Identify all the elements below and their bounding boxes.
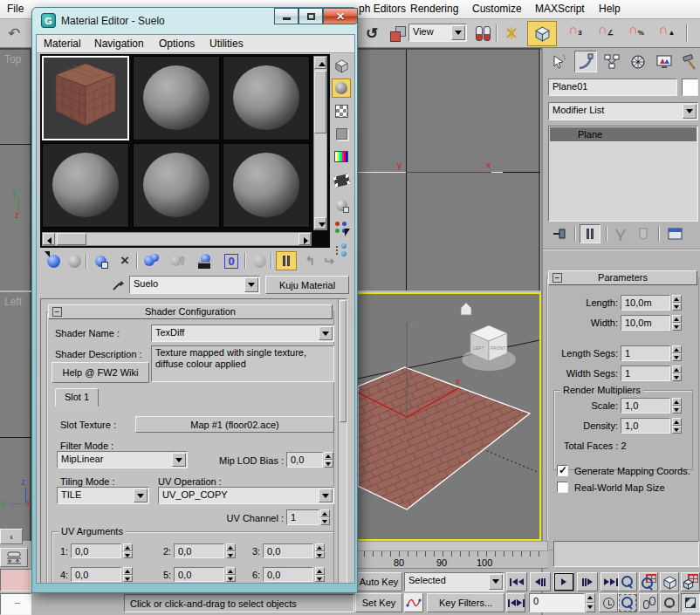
show-end-result-icon[interactable] [276,251,297,270]
uv-arg-2-spinner[interactable] [226,543,236,558]
length-segs-field[interactable]: 1 [621,345,670,361]
key-filter-arrow[interactable] [489,574,503,590]
selection-lock-area[interactable] [0,569,31,591]
material-slot-1[interactable] [42,56,129,140]
length-segs-spinner[interactable] [672,345,682,361]
frame-spinner[interactable] [586,593,595,612]
mini-curve-editor-button[interactable] [0,548,28,567]
uv-arg-4-field[interactable]: 0,0 [71,567,121,582]
slot-texture-button[interactable]: Map #1 (floor02.ace) [135,416,334,433]
slots-vertical-scrollbar[interactable] [313,56,327,230]
scroll-thumb[interactable] [57,233,86,245]
zoom-region-button[interactable] [618,593,637,612]
uv-arg-5-spinner[interactable] [226,567,236,582]
reference-coordinate-dropdown[interactable]: View [408,24,467,42]
menu-rendering[interactable]: Rendering [410,3,458,15]
tiling-mode-arrow[interactable] [134,489,148,502]
scroll-right-button[interactable] [299,233,311,245]
angle-snap-icon[interactable]: ∩ [594,23,618,45]
collapse-icon[interactable] [552,273,562,283]
menu-navigation[interactable]: Navigation [94,38,144,50]
viewport-front[interactable]: y x [356,50,540,290]
coord-dropdown-arrow[interactable] [451,25,465,40]
width-spinner[interactable] [672,315,682,331]
pick-material-eyedropper-icon[interactable] [110,276,127,293]
maximize-viewport-toggle[interactable] [681,593,700,612]
key-mode-toggle[interactable] [506,593,525,612]
scroll-left-button[interactable] [43,233,55,245]
viewport-left-label[interactable]: Left [4,296,22,308]
material-slot-5[interactable] [133,143,220,228]
params-scroll-thumb[interactable] [340,300,347,422]
set-key-button[interactable]: Set Key [355,593,402,612]
use-center-icon[interactable] [472,23,493,44]
select-rotate-icon[interactable] [361,23,382,44]
length-field[interactable]: 10,0m [621,295,670,311]
shader-rollout-header[interactable]: Shader Configuration [48,304,333,319]
menu-graph-editors[interactable]: ph Editors [359,3,406,15]
walk-through-button[interactable] [639,593,658,612]
uv-channel-field[interactable]: 1 [286,509,319,525]
material-id-channel-icon[interactable]: 0 [222,251,241,270]
viewport-perspective[interactable]: z x LEFT FRONT [356,292,541,541]
make-preview-icon[interactable] [332,171,351,190]
slot1-tab[interactable]: Slot 1 [55,388,99,407]
uv-arg-5-field[interactable]: 0,0 [174,567,224,582]
real-world-checkbox[interactable] [557,482,568,493]
auto-key-button[interactable]: Auto Key [355,572,402,591]
uv-arg-3-spinner[interactable] [315,543,325,558]
width-field[interactable]: 10,0m [621,315,670,331]
background-icon[interactable] [332,101,351,120]
tab-motion[interactable] [627,51,649,72]
zoom-extents-all-button[interactable] [681,572,700,591]
zoom-extents-button[interactable] [660,572,679,591]
uv-arg-4-spinner[interactable] [123,567,133,582]
time-slider-left-button[interactable]: ‹ [0,529,23,544]
viewport-left[interactable]: Left z y x [0,292,31,541]
menu-maxscript[interactable]: MAXScript [535,3,585,15]
select-by-material-icon[interactable] [332,218,351,237]
percent-snap-icon[interactable]: ∩% [624,23,649,45]
time-configuration-button[interactable] [599,593,618,612]
generate-mapping-checkbox[interactable] [557,465,568,476]
uv-arg-6-spinner[interactable] [315,567,325,582]
select-manipulate-icon[interactable] [501,23,522,44]
show-end-result-stack-icon[interactable] [580,224,600,243]
slots-horizontal-scrollbar[interactable] [42,232,312,246]
modifier-list-dropdown[interactable]: Modifier List [548,102,698,120]
tab-create[interactable] [548,51,571,72]
mip-lod-spinner[interactable] [324,452,333,468]
shader-name-arrow[interactable] [319,326,333,340]
menu-utilities[interactable]: Utilities [209,38,244,50]
track-bar[interactable] [353,541,548,551]
tab-hierarchy[interactable] [600,51,623,72]
material-slot-4[interactable] [42,143,129,228]
modifier-stack[interactable]: Plane [548,126,698,222]
key-filters-button[interactable]: Key Filters... [427,593,504,612]
current-frame-field[interactable]: 0 [529,593,585,612]
assign-material-to-selection-icon[interactable] [91,251,110,270]
snap-3d-icon[interactable]: ∩3 [563,23,587,45]
video-color-check-icon[interactable] [332,147,351,166]
reset-map-icon[interactable] [115,251,134,270]
scale-spinner[interactable] [672,398,682,413]
material-slot-2[interactable] [133,56,220,140]
uv-arg-1-spinner[interactable] [123,543,133,558]
scroll-thumb[interactable] [314,71,326,133]
tiling-mode-dropdown[interactable]: TILE [57,487,149,504]
material-slot-3[interactable] [223,56,310,140]
window-icon[interactable]: G [41,13,56,28]
collapse-icon[interactable] [52,307,62,317]
snaps-toggle-icon[interactable] [527,21,557,46]
stack-item-plane[interactable]: Plane [550,127,697,141]
maximize-button[interactable] [299,8,323,24]
menu-material[interactable]: Material [44,38,81,50]
menu-file[interactable]: File [7,3,24,15]
configure-modifier-sets-icon[interactable] [665,225,684,243]
viewport-top-label[interactable]: Top [4,53,21,65]
viewport-top[interactable]: Top y z [0,50,31,290]
scale-field[interactable]: 1,0 [621,398,670,413]
put-to-library-icon[interactable] [196,251,215,270]
length-spinner[interactable] [672,295,682,311]
zoom-all-button[interactable] [639,572,658,591]
